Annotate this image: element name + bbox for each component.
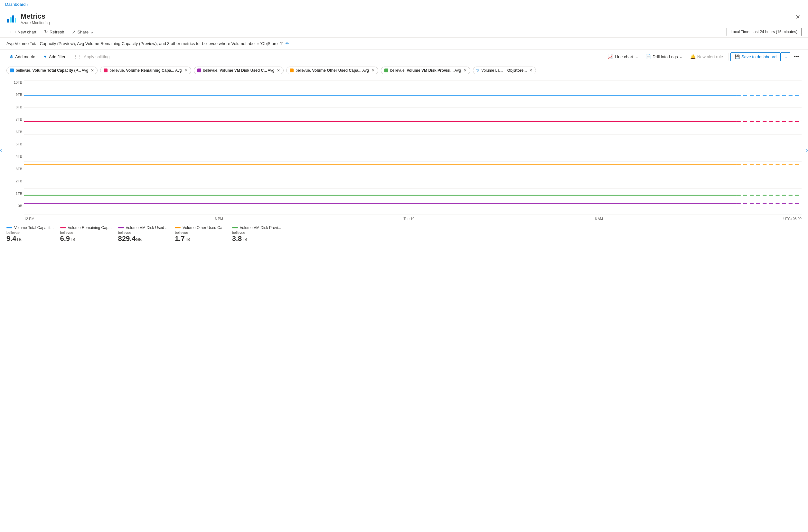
more-icon: ••• (793, 54, 799, 59)
pill-close-btn[interactable]: ✕ (184, 68, 188, 73)
legend-value-5: 3.8TB (232, 235, 281, 242)
header-left: Metrics Azure Monitoring (6, 12, 50, 25)
legend-val-2: 6.9 (60, 234, 70, 243)
alert-icon: 🔔 (690, 54, 696, 59)
metric-pill-pill4[interactable]: bellevue, Volume Other Used Capa... Avg … (286, 66, 378, 74)
apply-splitting-button[interactable]: ⋮⋮ Apply splitting (70, 53, 113, 61)
metric-pill-pill3[interactable]: bellevue, Volume VM Disk Used C... Avg ✕ (194, 66, 284, 74)
metrics-toolbar-right: 📈 Line chart ⌄ 📄 Drill into Logs ⌄ 🔔 New… (605, 52, 802, 61)
filter-pill-close-btn[interactable]: ✕ (529, 68, 532, 73)
legend-header-5: Volume VM Disk Provi... (232, 226, 281, 230)
metric-pill-pill2[interactable]: bellevue, Volume Remaining Capa... Avg ✕ (100, 66, 191, 74)
drill-logs-chevron: ⌄ (680, 54, 683, 59)
x-label-6am: 6 AM (595, 217, 603, 221)
line-chart-icon: 📈 (608, 54, 613, 59)
page-title: Metrics (21, 12, 50, 21)
new-chart-label: + New chart (14, 30, 36, 34)
pill-color (104, 69, 108, 72)
x-label-12pm: 12 PM (24, 217, 34, 221)
chart-nav-left[interactable]: ‹ (0, 146, 2, 153)
metric-pills-container: bellevue, Volume Total Capacity (P... Av… (6, 66, 536, 74)
toolbar-right: Local Time: Last 24 hours (15 minutes) (727, 28, 802, 36)
legend-val-4: 1.7 (175, 234, 185, 243)
legend-resource-1: bellevue (6, 231, 54, 234)
pills-row: bellevue, Volume Total Capacity (P... Av… (0, 64, 808, 77)
legend: Volume Total Capacit... bellevue 9.4TB V… (0, 222, 808, 245)
legend-header-3: Volume VM Disk Used ... (118, 226, 169, 230)
legend-item-5: Volume VM Disk Provi... bellevue 3.8TB (232, 226, 281, 242)
chart-nav-right[interactable]: › (806, 146, 808, 153)
legend-header-2: Volume Remaining Cap... (60, 226, 112, 230)
chart-title-text: Avg Volume Total Capacity (Preview), Avg… (6, 41, 283, 46)
title-block: Metrics Azure Monitoring (21, 12, 50, 25)
toolbar-left: + + New chart ↻ Refresh ↗ Share ⌄ (6, 28, 97, 36)
chart-area: ‹ › 10TB 9TB 8TB 7TB 6TB 5TB 4TB 3TB 2TB… (0, 77, 808, 222)
y-axis: 10TB 9TB 8TB 7TB 6TB 5TB 4TB 3TB 2TB 1TB… (6, 80, 24, 215)
breadcrumb-label: Dashboard (5, 2, 26, 7)
line-chart-label: Line chart (615, 54, 633, 59)
y-label-1tb: 1TB (6, 192, 24, 195)
metric-pill-pill5[interactable]: bellevue, Volume VM Disk Provisi... Avg … (381, 66, 470, 74)
save-dashboard-label: Save to dashboard (741, 54, 776, 59)
legend-item-3: Volume VM Disk Used ... bellevue 829.4GB (118, 226, 169, 242)
metric-pill-pill1[interactable]: bellevue, Volume Total Capacity (P... Av… (6, 66, 97, 74)
legend-color-3 (118, 227, 124, 228)
share-label: Share (77, 30, 89, 34)
legend-val-5: 3.8 (232, 234, 242, 243)
svg-rect-3 (15, 18, 16, 22)
refresh-icon: ↻ (44, 29, 48, 34)
filter-pill[interactable]: ▽ Volume La... = ObjStore... ✕ (473, 66, 536, 74)
share-button[interactable]: ↗ Share ⌄ (69, 28, 97, 36)
time-picker-button[interactable]: Local Time: Last 24 hours (15 minutes) (727, 28, 802, 36)
drill-logs-label: Drill into Logs (653, 54, 678, 59)
chart-svg (24, 80, 802, 215)
chart-title-bar: Avg Volume Total Capacity (Preview), Avg… (0, 38, 808, 50)
split-icon: ⋮⋮ (73, 54, 82, 59)
add-metric-label: Add metric (15, 54, 35, 59)
more-options-button[interactable]: ••• (791, 52, 802, 61)
new-alert-rule-button[interactable]: 🔔 New alert rule (687, 53, 726, 61)
add-metric-icon: ⊕ (10, 54, 14, 59)
share-icon: ↗ (72, 29, 76, 34)
line-chart-chevron: ⌄ (635, 54, 638, 59)
new-chart-button[interactable]: + + New chart (6, 28, 40, 36)
close-button[interactable]: ✕ (794, 12, 802, 22)
pill-color (197, 69, 201, 72)
legend-unit-1: TB (16, 237, 22, 242)
filter-funnel-icon: ▽ (476, 68, 479, 73)
pill-close-btn[interactable]: ✕ (277, 68, 280, 73)
legend-resource-3: bellevue (118, 231, 169, 234)
breadcrumb-chevron: › (27, 2, 28, 7)
legend-unit-3: GB (136, 237, 142, 242)
pill-text: bellevue, Volume VM Disk Used C... Avg (203, 68, 275, 73)
legend-unit-4: TB (185, 237, 190, 242)
filter-pill-text: Volume La... = ObjStore... (481, 68, 527, 73)
time-picker-label: Local Time: Last 24 hours (15 minutes) (731, 30, 797, 34)
x-label-tue10: Tue 10 (403, 217, 414, 221)
save-dashboard-button[interactable]: 💾 Save to dashboard (730, 53, 781, 61)
y-label-7tb: 7TB (6, 117, 24, 121)
legend-item-2: Volume Remaining Cap... bellevue 6.9TB (60, 226, 112, 242)
save-dashboard-chevron-button[interactable]: ⌄ (781, 53, 790, 61)
legend-value-2: 6.9TB (60, 235, 112, 242)
legend-value-4: 1.7TB (175, 235, 225, 242)
metrics-toolbar-left: ⊕ Add metric ▼ Add filter ⋮⋮ Apply split… (6, 53, 113, 61)
add-filter-button[interactable]: ▼ Add filter (40, 53, 69, 61)
breadcrumb-dashboard[interactable]: Dashboard › (5, 2, 28, 7)
line-chart-button[interactable]: 📈 Line chart ⌄ (605, 53, 642, 61)
refresh-button[interactable]: ↻ Refresh (41, 28, 68, 36)
add-metric-button[interactable]: ⊕ Add metric (6, 53, 38, 61)
pill-text: bellevue, Volume VM Disk Provisi... Avg (390, 68, 461, 73)
pill-close-btn[interactable]: ✕ (371, 68, 375, 73)
legend-resource-5: bellevue (232, 231, 281, 234)
edit-title-icon[interactable]: ✏ (286, 41, 289, 46)
pill-close-btn[interactable]: ✕ (463, 68, 467, 73)
plus-icon: + (10, 29, 12, 34)
legend-name-5: Volume VM Disk Provi... (240, 226, 281, 230)
legend-name-4: Volume Other Used Ca... (183, 226, 225, 230)
pill-close-btn[interactable]: ✕ (91, 68, 94, 73)
pill-text: bellevue, Volume Other Used Capa... Avg (295, 68, 369, 73)
drill-logs-button[interactable]: 📄 Drill into Logs ⌄ (642, 53, 686, 61)
page-subtitle: Azure Monitoring (21, 21, 50, 25)
y-label-4tb: 4TB (6, 154, 24, 158)
